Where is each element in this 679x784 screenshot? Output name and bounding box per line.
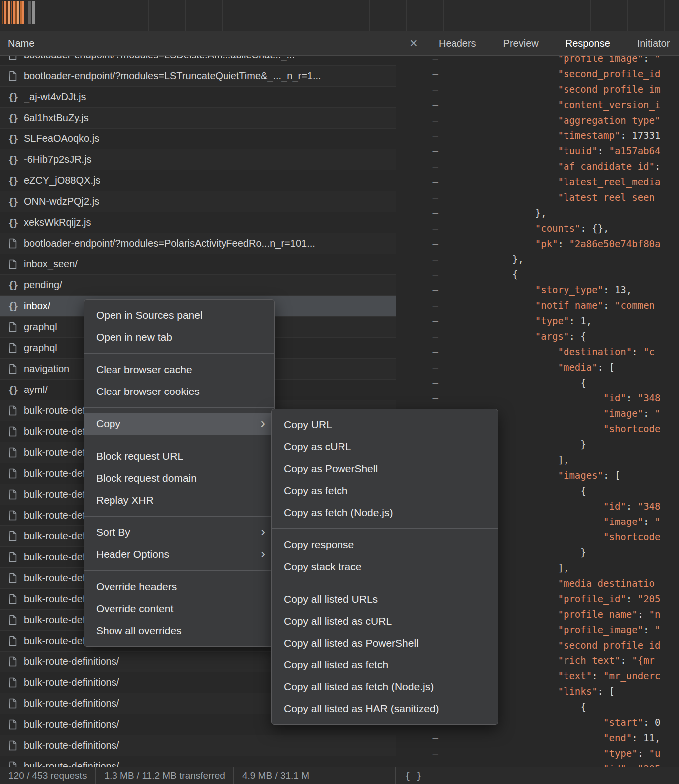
request-name: bulk-route-definitions/ [24, 761, 119, 767]
network-request-row[interactable]: {}pending/ [0, 275, 396, 296]
menu-separator [84, 570, 274, 571]
document-file-icon [6, 468, 19, 479]
document-file-icon [6, 761, 19, 767]
status-stat: 4.9 MB / 31.1 M [234, 770, 318, 781]
menu-item-clear-browser-cache[interactable]: Clear browser cache [84, 359, 274, 381]
network-request-row[interactable]: {}_aj-wt4vDJt.js [0, 87, 396, 108]
menu-item-sort-by[interactable]: Sort By› [84, 522, 274, 543]
script-file-icon: {} [6, 217, 19, 228]
menu-item-copy-response[interactable]: Copy response [272, 534, 498, 556]
script-file-icon: {} [6, 196, 19, 207]
document-file-icon [6, 552, 19, 562]
document-file-icon [6, 322, 19, 332]
menu-item-override-headers[interactable]: Override headers [84, 576, 274, 598]
script-file-icon: {} [6, 133, 19, 144]
menu-item-copy-all-listed-as-curl[interactable]: Copy all listed as cURL [272, 610, 498, 632]
network-request-row[interactable]: {}-6Hib7p2sJR.js [0, 149, 396, 170]
tab-initiator[interactable]: Initiator [624, 31, 679, 55]
network-request-row[interactable]: bulk-route-definitions/ [0, 756, 396, 767]
request-name: inbox/ [24, 300, 50, 312]
menu-item-clear-browser-cookies[interactable]: Clear browser cookies [84, 381, 274, 402]
menu-item-label: Clear browser cookies [96, 386, 200, 397]
menu-item-copy-all-listed-as-fetch[interactable]: Copy all listed as fetch [272, 654, 498, 676]
menu-item-copy-all-listed-as-powershell[interactable]: Copy all listed as PowerShell [272, 632, 498, 654]
menu-item-copy-url[interactable]: Copy URL [272, 414, 498, 436]
menu-item-copy-as-fetch-node-js[interactable]: Copy as fetch (Node.js) [272, 502, 498, 523]
menu-item-block-request-url[interactable]: Block request URL [84, 445, 274, 467]
document-file-icon [6, 677, 19, 688]
script-file-icon: {} [6, 301, 19, 312]
network-request-row[interactable]: {}6al1hxtBuZy.js [0, 108, 396, 129]
network-overview-timeline[interactable] [0, 0, 679, 31]
menu-item-override-content[interactable]: Override content [84, 598, 274, 620]
request-name: inbox_seen/ [24, 259, 78, 270]
document-file-icon [6, 259, 19, 269]
document-file-icon [6, 719, 19, 730]
menu-item-block-request-domain[interactable]: Block request domain [84, 467, 274, 489]
script-file-icon: {} [6, 385, 19, 395]
close-details-icon[interactable]: × [402, 31, 425, 55]
timeline-traffic-bar [6, 1, 8, 24]
network-request-row[interactable]: bulk-route-definitions/ [0, 735, 396, 756]
tab-response[interactable]: Response [552, 31, 624, 55]
request-name: -6Hib7p2sJR.js [24, 154, 92, 165]
menu-item-replay-xhr[interactable]: Replay XHR [84, 489, 274, 511]
script-file-icon: {} [6, 113, 19, 124]
menu-item-open-in-new-tab[interactable]: Open in new tab [84, 326, 274, 348]
document-file-icon [6, 343, 19, 353]
network-request-row[interactable]: inbox_seen/ [0, 254, 396, 275]
network-request-row[interactable]: bootloader-endpoint/?modules=PolarisActi… [0, 233, 396, 254]
timeline-traffic-bar [17, 1, 19, 24]
menu-item-open-in-sources-panel[interactable]: Open in Sources panel [84, 304, 274, 326]
network-request-row[interactable]: bootloader-endpoint/?modules=LSTruncateQ… [0, 66, 396, 87]
menu-item-label: Copy [96, 418, 120, 430]
tab-preview[interactable]: Preview [490, 31, 552, 55]
document-file-icon [6, 489, 19, 500]
copy-submenu: Copy URLCopy as cURLCopy as PowerShellCo… [271, 409, 498, 725]
status-bar: 120 / 453 requests1.3 MB / 11.2 MB trans… [0, 767, 679, 784]
timeline-traffic-bar [15, 1, 17, 24]
network-request-row[interactable]: {}eZCY_jO88QX.js [0, 170, 396, 191]
menu-item-label: Override content [96, 603, 173, 615]
menu-item-copy-as-curl[interactable]: Copy as cURL [272, 436, 498, 458]
menu-item-label: Open in Sources panel [96, 309, 203, 321]
menu-item-copy[interactable]: Copy› [84, 413, 274, 435]
timeline-gridlines [75, 0, 679, 31]
menu-item-label: Copy URL [284, 419, 332, 431]
menu-item-header-options[interactable]: Header Options› [84, 543, 274, 565]
menu-item-copy-all-listed-as-har-sanitized[interactable]: Copy all listed as HAR (sanitized) [272, 698, 498, 720]
request-name: bulk-route-definitions/ [24, 740, 119, 751]
menu-item-copy-all-listed-urls[interactable]: Copy all listed URLs [272, 588, 498, 610]
menu-item-show-all-overrides[interactable]: Show all overrides [84, 620, 274, 642]
document-file-icon [6, 740, 19, 751]
document-file-icon [6, 238, 19, 249]
menu-item-copy-as-powershell[interactable]: Copy as PowerShell [272, 458, 498, 480]
menu-item-copy-as-fetch[interactable]: Copy as fetch [272, 480, 498, 502]
request-context-menu: Open in Sources panelOpen in new tabClea… [84, 299, 275, 647]
menu-item-label: Clear browser cache [96, 364, 192, 376]
network-request-row[interactable]: {}ONN-wdzPQj2.js [0, 191, 396, 212]
document-file-icon [6, 405, 19, 416]
request-name: bulk-route-definitions/ [24, 719, 119, 730]
network-request-row[interactable]: {}xeksWkRqijz.js [0, 212, 396, 233]
document-file-icon [6, 71, 19, 81]
menu-item-copy-stack-trace[interactable]: Copy stack trace [272, 556, 498, 578]
request-name: bootloader-endpoint/?modules=LSDelste.Am… [24, 56, 295, 61]
menu-item-copy-all-listed-as-fetch-node-js[interactable]: Copy all listed as fetch (Node.js) [272, 676, 498, 698]
network-request-row[interactable]: bootloader-endpoint/?modules=LSDelste.Am… [0, 56, 396, 66]
network-request-row[interactable]: {}SLFeaOAoqko.js [0, 129, 396, 149]
menu-item-label: Sort By [96, 526, 130, 538]
menu-item-label: Replay XHR [96, 494, 154, 506]
menu-separator [272, 528, 498, 529]
name-column-header[interactable]: Name [0, 38, 34, 49]
tab-headers[interactable]: Headers [425, 31, 490, 55]
request-name: ayml/ [24, 384, 48, 395]
menu-separator [84, 516, 274, 517]
timeline-traffic-bar [13, 1, 15, 24]
menu-separator [84, 407, 274, 408]
request-name: graphql [24, 321, 57, 333]
document-file-icon [6, 447, 19, 458]
request-name: bootloader-endpoint/?modules=LSTruncateQ… [24, 70, 321, 82]
document-file-icon [6, 56, 19, 60]
format-json-button[interactable]: { } [405, 770, 422, 781]
